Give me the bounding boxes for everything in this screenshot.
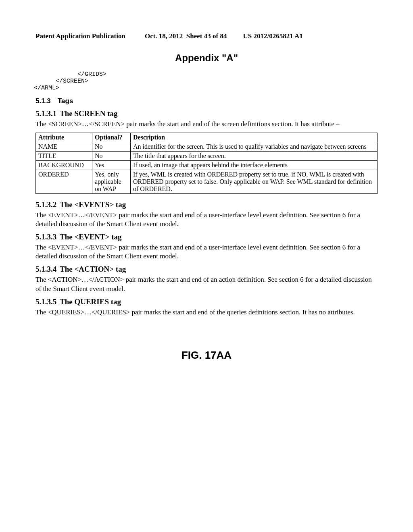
table-cell: Yes, only applicable on WAP bbox=[92, 170, 131, 194]
page-header: Patent Application Publication Oct. 18, … bbox=[35, 32, 378, 40]
section-number: 5.1.3 bbox=[35, 97, 58, 105]
page-content: Patent Application Publication Oct. 18, … bbox=[0, 0, 413, 378]
section-tags-heading: 5.1.3Tags bbox=[35, 97, 378, 105]
section-number: 5.1.3.3 bbox=[35, 233, 60, 241]
section-title: The <EVENT> tag bbox=[60, 233, 122, 241]
table-cell: No bbox=[92, 152, 131, 161]
table-cell: NAME bbox=[36, 142, 92, 152]
section-title: Tags bbox=[58, 97, 73, 105]
table-row: TITLE No The title that appears for the … bbox=[36, 152, 378, 161]
header-left: Patent Application Publication bbox=[35, 32, 125, 40]
section-title: The <ACTION> tag bbox=[60, 265, 126, 273]
section-title: The <EVENTS> tag bbox=[60, 200, 126, 209]
table-cell: If yes, WML is created with ORDERED prop… bbox=[131, 170, 378, 194]
section-body: The <QUERIES>…</QUERIES> pair marks the … bbox=[35, 308, 378, 317]
section-heading: 5.1.3.1The SCREEN tag bbox=[35, 109, 378, 118]
table-row: ORDERED Yes, only applicable on WAP If y… bbox=[36, 170, 378, 194]
section-title: The QUERIES tag bbox=[60, 297, 121, 306]
section-body: The <EVENT>…</EVENT> pair marks the star… bbox=[35, 211, 378, 229]
section-number: 5.1.3.1 bbox=[35, 109, 60, 118]
section-heading: 5.1.3.2The <EVENTS> tag bbox=[35, 200, 378, 209]
section-number: 5.1.3.2 bbox=[35, 200, 60, 209]
table-cell: An identifier for the screen. This is us… bbox=[131, 142, 378, 152]
section-heading: 5.1.3.4The <ACTION> tag bbox=[35, 265, 378, 274]
header-right: US 2012/0265821 A1 bbox=[243, 32, 302, 40]
header-center: Oct. 18, 2012 Sheet 43 of 84 bbox=[145, 32, 227, 40]
table-header-cell: Optional? bbox=[92, 133, 131, 142]
section-title: The SCREEN tag bbox=[60, 109, 118, 118]
figure-label: FIG. 17AA bbox=[35, 349, 378, 362]
table-cell: Yes bbox=[92, 161, 131, 170]
table-cell: The title that appears for the screen. bbox=[131, 152, 378, 161]
table-row: BACKGROUND Yes If used, an image that ap… bbox=[36, 161, 378, 170]
table-cell: TITLE bbox=[36, 152, 92, 161]
table-cell: No bbox=[92, 142, 131, 152]
table-cell: BACKGROUND bbox=[36, 161, 92, 170]
section-number: 5.1.3.5 bbox=[35, 297, 60, 306]
section-body: The <ACTION>…</ACTION> pair marks the st… bbox=[35, 275, 378, 293]
table-cell: ORDERED bbox=[36, 170, 92, 194]
attribute-table: Attribute Optional? Description NAME No … bbox=[35, 133, 378, 194]
table-header-cell: Attribute bbox=[36, 133, 92, 142]
section-heading: 5.1.3.3The <EVENT> tag bbox=[35, 233, 378, 241]
section-number: 5.1.3.4 bbox=[35, 265, 60, 274]
code-block: </GRIDS> </SCREEN> </ARML> bbox=[34, 71, 378, 91]
table-cell: If used, an image that appears behind th… bbox=[131, 161, 378, 170]
section-body: The <SCREEN>…</SCREEN> pair marks the st… bbox=[35, 120, 378, 129]
table-header-row: Attribute Optional? Description bbox=[36, 133, 378, 142]
section-body: The <EVENT>…</EVENT> pair marks the star… bbox=[35, 243, 378, 261]
section-heading: 5.1.3.5The QUERIES tag bbox=[35, 297, 378, 306]
table-row: NAME No An identifier for the screen. Th… bbox=[36, 142, 378, 152]
table-header-cell: Description bbox=[131, 133, 378, 142]
appendix-title: Appendix "A" bbox=[35, 52, 378, 64]
